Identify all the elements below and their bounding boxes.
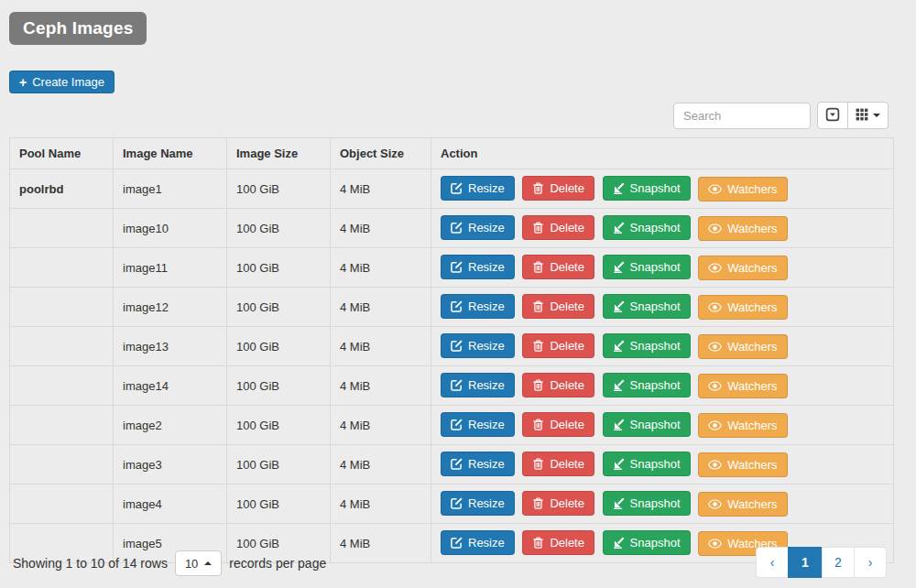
snapshot-button[interactable]: Snapshot xyxy=(603,412,691,437)
pool-name-cell xyxy=(10,209,114,248)
delete-button[interactable]: Delete xyxy=(522,530,594,555)
trash-icon xyxy=(532,458,544,470)
object-size-cell: 4 MiB xyxy=(331,288,431,327)
image-name-cell: image1 xyxy=(114,169,227,209)
pagination-page-2[interactable]: 2 xyxy=(822,547,855,578)
th-grid-icon xyxy=(856,108,868,124)
table-row: image10 100 GiB 4 MiB Resize xyxy=(10,209,894,248)
snapshot-button[interactable]: Snapshot xyxy=(603,333,691,358)
search-input[interactable] xyxy=(673,103,811,129)
pagination-prev[interactable]: ‹ xyxy=(756,547,789,578)
edit-icon xyxy=(451,419,463,430)
snapshot-label: Snapshot xyxy=(630,182,681,194)
page-size-dropdown[interactable]: 10 xyxy=(175,550,222,576)
snapshot-button[interactable]: Snapshot xyxy=(603,215,691,240)
pagination-page-1[interactable]: 1 xyxy=(788,547,823,578)
table-row: image14 100 GiB 4 MiB Resize xyxy=(10,366,894,406)
snapshot-button[interactable]: Snapshot xyxy=(603,452,691,476)
resize-label: Resize xyxy=(468,222,505,234)
eye-icon xyxy=(708,342,722,352)
resize-label: Resize xyxy=(468,340,505,352)
delete-button[interactable]: Delete xyxy=(522,491,594,516)
eye-icon xyxy=(708,499,722,509)
page-title: Ceph Images xyxy=(9,12,147,45)
watchers-button[interactable]: Watchers xyxy=(698,374,787,398)
watchers-button[interactable]: Watchers xyxy=(698,177,787,201)
action-cell: Resize Delete xyxy=(431,406,894,445)
delete-button[interactable]: Delete xyxy=(522,215,594,240)
image-size-cell: 100 GiB xyxy=(227,485,331,524)
image-size-cell: 100 GiB xyxy=(227,248,331,288)
resize-button[interactable]: Resize xyxy=(441,294,515,319)
resize-button[interactable]: Resize xyxy=(441,373,515,397)
caret-down-icon xyxy=(873,114,880,117)
resize-button[interactable]: Resize xyxy=(441,215,515,240)
snapshot-button[interactable]: Snapshot xyxy=(603,176,691,201)
image-size-cell: 100 GiB xyxy=(227,445,331,485)
snapshot-button[interactable]: Snapshot xyxy=(603,255,691,279)
watchers-button[interactable]: Watchers xyxy=(698,452,787,477)
snapshot-icon xyxy=(613,537,625,549)
resize-button[interactable]: Resize xyxy=(441,255,515,279)
edit-icon xyxy=(451,261,463,273)
delete-label: Delete xyxy=(550,497,584,509)
delete-button[interactable]: Delete xyxy=(522,452,594,476)
resize-button[interactable]: Resize xyxy=(441,530,515,555)
delete-button[interactable]: Delete xyxy=(522,373,594,397)
resize-button[interactable]: Resize xyxy=(441,333,515,358)
delete-button[interactable]: Delete xyxy=(522,294,594,319)
pagination-toggle-button[interactable] xyxy=(817,102,848,129)
delete-button[interactable]: Delete xyxy=(522,176,594,201)
resize-button[interactable]: Resize xyxy=(441,412,515,437)
trash-icon xyxy=(532,379,544,391)
action-cell: Resize Delete xyxy=(431,485,894,524)
column-header-image-name[interactable]: Image Name xyxy=(114,138,227,169)
delete-label: Delete xyxy=(550,182,584,194)
columns-button[interactable] xyxy=(847,102,889,129)
watchers-label: Watchers xyxy=(727,183,777,195)
edit-icon xyxy=(451,340,463,352)
trash-icon xyxy=(532,419,544,430)
column-header-action[interactable]: Action xyxy=(431,138,894,169)
snapshot-button[interactable]: Snapshot xyxy=(603,373,691,397)
delete-label: Delete xyxy=(550,379,584,391)
snapshot-button[interactable]: Snapshot xyxy=(603,530,691,555)
trash-icon xyxy=(532,340,544,352)
eye-icon xyxy=(708,460,722,470)
watchers-button[interactable]: Watchers xyxy=(698,413,787,438)
watchers-label: Watchers xyxy=(727,262,777,274)
watchers-button[interactable]: Watchers xyxy=(698,216,787,241)
watchers-label: Watchers xyxy=(727,223,777,234)
snapshot-label: Snapshot xyxy=(630,379,681,391)
image-size-cell: 100 GiB xyxy=(227,288,331,327)
resize-button[interactable]: Resize xyxy=(441,491,515,516)
resize-label: Resize xyxy=(468,497,505,509)
snapshot-icon xyxy=(613,419,625,430)
delete-button[interactable]: Delete xyxy=(522,412,594,437)
images-table-wrap: Pool Name Image Name Image Size Object S… xyxy=(9,137,894,563)
pagination-next[interactable]: › xyxy=(854,547,887,578)
edit-icon xyxy=(451,182,463,194)
watchers-button[interactable]: Watchers xyxy=(698,334,787,359)
resize-label: Resize xyxy=(468,182,505,194)
create-image-button[interactable]: + Create Image xyxy=(9,71,114,93)
snapshot-icon xyxy=(613,300,625,312)
resize-button[interactable]: Resize xyxy=(441,452,515,476)
watchers-button[interactable]: Watchers xyxy=(698,256,787,280)
watchers-button[interactable]: Watchers xyxy=(698,295,787,320)
column-header-image-size[interactable]: Image Size xyxy=(227,138,331,169)
watchers-button[interactable]: Watchers xyxy=(698,492,787,517)
delete-button[interactable]: Delete xyxy=(522,255,594,279)
watchers-label: Watchers xyxy=(727,380,777,392)
table-body: poolrbd image1 100 GiB 4 MiB Resize xyxy=(10,169,894,563)
snapshot-button[interactable]: Snapshot xyxy=(603,491,691,516)
create-image-label: Create Image xyxy=(32,75,104,89)
watchers-label: Watchers xyxy=(727,419,777,431)
column-header-object-size[interactable]: Object Size xyxy=(331,138,431,169)
column-header-pool-name[interactable]: Pool Name xyxy=(10,138,114,169)
image-name-cell: image12 xyxy=(114,288,227,327)
delete-button[interactable]: Delete xyxy=(522,333,594,358)
snapshot-button[interactable]: Snapshot xyxy=(603,294,691,319)
resize-button[interactable]: Resize xyxy=(441,176,515,201)
delete-label: Delete xyxy=(550,419,584,430)
